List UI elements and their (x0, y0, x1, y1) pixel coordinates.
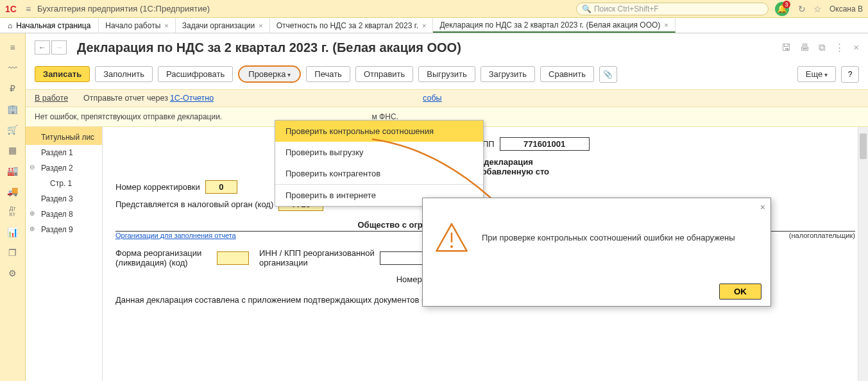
compare-button[interactable]: Сравнить (540, 66, 594, 82)
result-dialog: × При проверке контрольных соотношений о… (422, 198, 771, 307)
notifications-bell[interactable]: 🔔 3 (775, 2, 789, 16)
tab-vat-report[interactable]: Отчетность по НДС за 2 квартал 2023 г. × (270, 18, 434, 33)
rail-grid-icon[interactable]: ▦ (5, 142, 21, 158)
rail-dtkt-icon[interactable]: ДтКт (5, 204, 21, 219)
search-input[interactable]: 🔍 Поиск Ctrl+Shift+F (576, 3, 769, 15)
svg-point-1 (450, 245, 453, 248)
scrollbar[interactable] (858, 127, 868, 381)
warning-icon (434, 221, 469, 255)
print-icon[interactable]: 🖶 (800, 42, 810, 53)
fill-button[interactable]: Заполнить (95, 66, 153, 82)
nav-back-button[interactable]: ← (35, 40, 50, 55)
rail-cart-icon[interactable]: 🛒 (5, 122, 21, 137)
tab-label: Декларация по НДС за 2 квартал 2023 г. (… (439, 21, 660, 30)
page-title: Декларация по НДС за 2 квартал 2023 г. (… (77, 40, 461, 55)
tab-start[interactable]: Начало работы × (99, 18, 175, 33)
app-title: Бухгалтерия предприятия (1С:Предприятие) (37, 4, 210, 13)
corr-label: Номер корректировки (115, 182, 200, 192)
unload-button[interactable]: Выгрузить (418, 66, 475, 82)
expand-icon[interactable]: ⊕ (30, 225, 35, 232)
decl-title-2: по налогу на добавленную сто (115, 167, 855, 176)
help-button[interactable]: ? (841, 66, 859, 83)
check-menu-item-unload[interactable]: Проверить выгрузку (275, 142, 483, 163)
section-9[interactable]: ⊕Раздел 9 (26, 222, 102, 237)
home-icon: ⌂ (8, 21, 12, 30)
rail-stack-icon[interactable]: ❐ (5, 245, 21, 260)
reorg-code-field[interactable] (217, 251, 249, 265)
section-2[interactable]: ⊖Раздел 2 (26, 160, 102, 176)
notifications-badge: 3 (783, 1, 790, 8)
expand-icon[interactable]: ⊕ (30, 210, 35, 217)
status-row: В работе Отправьте отчет через 1С-Отчетн… (26, 89, 868, 107)
tab-tasks[interactable]: Задачи организации × (176, 18, 270, 33)
check-dropdown: Проверить контрольные соотношения Провер… (275, 120, 484, 207)
load-button[interactable]: Загрузить (481, 66, 535, 82)
scrollbar-thumb[interactable] (860, 133, 867, 159)
tab-label: Отчетность по НДС за 2 квартал 2023 г. (277, 21, 418, 30)
section-label: Раздел 8 (41, 210, 73, 219)
history-icon[interactable]: ↻ (798, 4, 806, 14)
close-icon[interactable]: × (259, 22, 262, 30)
reorg-label-2: (ликвидация) (код) (115, 258, 212, 267)
close-icon[interactable]: × (664, 21, 668, 29)
status-link-1c[interactable]: 1С-Отчетно (170, 94, 214, 103)
info-text: Нет ошибок, препятствующих отправке декл… (35, 112, 222, 121)
write-button[interactable]: Записать (35, 66, 90, 82)
org-fill-link[interactable]: Организации для заполнения отчета (115, 232, 236, 239)
search-icon: 🔍 (582, 4, 591, 13)
decode-button[interactable]: Расшифровать (158, 66, 233, 82)
dialog-message: При проверке контрольных соотношений оши… (482, 233, 735, 242)
check-button[interactable]: Проверка (238, 65, 301, 83)
kebab-icon[interactable]: ⋮ (835, 42, 844, 53)
kpp-field[interactable]: 771601001 (500, 137, 590, 151)
logo-1c: 1C (5, 4, 17, 14)
send-button[interactable]: Отправить (355, 66, 413, 82)
user-name[interactable]: Оксана В (830, 4, 863, 13)
close-icon[interactable]: × (164, 22, 168, 30)
section-2-page1[interactable]: Стр. 1 (26, 176, 102, 191)
open-icon[interactable]: ⧉ (819, 42, 826, 53)
hamburger-icon[interactable]: ≡ (26, 4, 31, 14)
titlebar: 1C ≡ Бухгалтерия предприятия (1С:Предпри… (0, 0, 868, 18)
section-8[interactable]: ⊕Раздел 8 (26, 207, 102, 222)
rail-gear-icon[interactable]: ⚙ (5, 266, 21, 281)
rail-ruble-icon[interactable]: ₽ (5, 81, 21, 96)
section-3[interactable]: Раздел 3 (26, 191, 102, 207)
save-icon[interactable]: 🖫 (781, 42, 791, 53)
rail-factory-icon[interactable]: 🏭 (5, 163, 21, 178)
left-rail: ≡ 〰 ₽ 🏢 🛒 ▦ 🏭 🚚 ДтКт 📊 ❐ ⚙ (0, 33, 26, 381)
corr-field[interactable]: 0 (205, 180, 237, 194)
section-title[interactable]: Титульный лис (26, 130, 102, 145)
check-menu-item-counterparties[interactable]: Проверить контрагентов (275, 163, 483, 184)
more-button[interactable]: Еще (797, 66, 836, 82)
collapse-icon[interactable]: ⊖ (30, 164, 35, 171)
rail-building-icon[interactable]: 🏢 (5, 101, 21, 117)
reorg-label-1: Форма реорганизации (115, 248, 212, 258)
rail-menu-icon[interactable]: ≡ (5, 40, 21, 55)
reorg-inn-label-1: ИНН / КПП реорганизованной (259, 248, 375, 258)
tab-home[interactable]: ⌂ Начальная страница (0, 18, 99, 33)
section-label: Раздел 9 (41, 225, 73, 234)
tab-declaration[interactable]: Декларация по НДС за 2 квартал 2023 г. (… (433, 18, 675, 33)
tab-label: Начало работы (105, 21, 160, 30)
section-1[interactable]: Раздел 1 (26, 145, 102, 160)
sections-panel: Титульный лис Раздел 1 ⊖Раздел 2 Стр. 1 … (26, 127, 103, 381)
status-link-ways[interactable]: собы (423, 94, 442, 103)
rail-truck-icon[interactable]: 🚚 (5, 183, 21, 199)
status-label[interactable]: В работе (35, 94, 68, 103)
print-button[interactable]: Печать (306, 66, 350, 82)
close-icon[interactable]: × (422, 22, 426, 30)
attach-button[interactable]: 📎 (599, 66, 617, 83)
nav-forward-button[interactable]: → (51, 40, 67, 55)
dialog-close-icon[interactable]: × (760, 202, 765, 212)
rail-trend-icon[interactable]: 〰 (5, 60, 21, 76)
dialog-ok-button[interactable]: OK (719, 284, 762, 300)
reorg-inn-label-2: организации (259, 258, 375, 267)
page-header: ← → Декларация по НДС за 2 квартал 2023 … (26, 33, 868, 62)
org-role: (налогоплательщик) (789, 232, 855, 239)
check-menu-item-ratios[interactable]: Проверить контрольные соотношения (275, 121, 483, 142)
tab-home-label: Начальная страница (16, 21, 90, 30)
close-page-icon[interactable]: × (853, 42, 859, 53)
rail-chart-icon[interactable]: 📊 (5, 224, 21, 240)
favorite-icon[interactable]: ☆ (813, 4, 822, 14)
